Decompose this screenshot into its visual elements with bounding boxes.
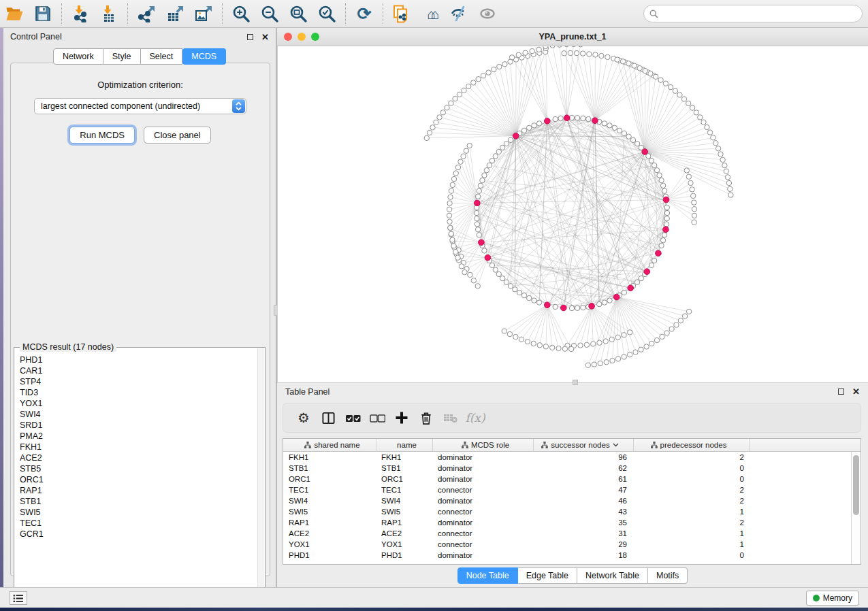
export-table-button[interactable] (163, 3, 187, 24)
delete-column-button[interactable] (414, 406, 438, 430)
table-row[interactable]: FKH1FKH1dominator962 (283, 452, 851, 463)
table-row[interactable]: RAP1RAP1dominator352 (283, 517, 851, 528)
save-icon (35, 5, 51, 22)
zoom-in-button[interactable] (229, 3, 253, 24)
import-table-icon (100, 5, 118, 22)
tab-node-table[interactable]: Node Table (457, 567, 518, 584)
toolbar-separator (222, 3, 223, 24)
table-row[interactable]: SWI5SWI5connector431 (283, 506, 851, 517)
attribute-icon (462, 442, 468, 448)
column-header-name[interactable]: name (376, 439, 433, 451)
list-item[interactable]: GCR1 (20, 529, 257, 540)
import-network-icon (71, 5, 89, 22)
tab-style[interactable]: Style (103, 48, 141, 65)
show-columns-button[interactable] (316, 406, 340, 430)
list-item[interactable]: ACE2 (20, 452, 257, 463)
first-neighbors-button[interactable]: ⌂⌂ (419, 3, 442, 24)
network-graph[interactable] (278, 46, 867, 381)
column-header-successor-nodes[interactable]: successor nodes (534, 439, 634, 451)
float-window-icon[interactable] (838, 389, 844, 395)
search-field[interactable] (643, 5, 863, 22)
network-canvas[interactable] (277, 46, 868, 382)
create-column-button[interactable] (389, 406, 414, 430)
eye-icon (479, 5, 497, 22)
tab-motifs[interactable]: Motifs (648, 567, 688, 584)
list-item[interactable]: TID3 (20, 387, 257, 398)
clone-network-icon (393, 5, 411, 23)
table-row[interactable]: TEC1TEC1connector472 (283, 484, 851, 495)
list-item[interactable]: SRD1 (20, 420, 257, 431)
clone-network-button[interactable] (390, 3, 413, 24)
list-item[interactable]: ORC1 (20, 474, 257, 485)
show-all-button[interactable] (476, 3, 499, 24)
tab-mcds[interactable]: MCDS (182, 48, 226, 65)
zoom-out-button[interactable] (258, 3, 281, 24)
import-network-button[interactable] (69, 3, 92, 24)
list-item[interactable]: RAP1 (20, 485, 257, 496)
checkboxes-unchecked-icon (370, 413, 385, 423)
mcds-result-list[interactable]: PHD1 CAR1 STP4 TID3 YOX1 SWI4 SRD1 PMA2 … (20, 354, 257, 597)
close-icon[interactable]: ✕ (852, 387, 860, 396)
show-panels-list-button[interactable] (10, 591, 27, 605)
deselect-all-button[interactable] (365, 406, 389, 430)
zoom-in-icon (232, 5, 251, 23)
control-panel-tabs: Network Style Select MCDS (3, 48, 276, 65)
table-row[interactable]: ACE2ACE2connector311 (283, 528, 851, 539)
tab-select[interactable]: Select (141, 48, 183, 65)
list-item[interactable]: STB5 (20, 463, 257, 474)
export-network-button[interactable] (135, 3, 158, 24)
network-view-window: YPA_prune.txt_1 (277, 28, 868, 382)
column-header-predecessor-nodes[interactable]: predecessor nodes (634, 439, 750, 451)
list-item[interactable]: FKH1 (20, 442, 257, 452)
tab-network-table[interactable]: Network Table (577, 567, 648, 584)
column-label: name (397, 441, 417, 449)
zoom-fit-button[interactable] (287, 3, 310, 24)
float-window-icon[interactable] (247, 34, 253, 40)
list-item[interactable]: YOX1 (20, 398, 257, 409)
select-all-button[interactable] (340, 406, 365, 430)
list-item[interactable]: SWI5 (20, 507, 257, 518)
control-panel-header: Control Panel ✕ (3, 28, 276, 46)
list-item[interactable]: SWI4 (20, 409, 257, 420)
list-item[interactable]: PMA2 (20, 431, 257, 442)
table-row[interactable]: PHD1PHD1dominator180 (283, 550, 851, 561)
import-table-button[interactable] (97, 3, 120, 24)
zoom-selected-button[interactable] (315, 3, 338, 24)
mcds-scrollbar[interactable] (257, 348, 264, 597)
optimization-criterion-select[interactable]: largest connected component (undirected) (34, 98, 246, 114)
hide-selected-button[interactable] (447, 3, 470, 24)
column-header-shared-name[interactable]: shared name (283, 439, 376, 451)
toolbar-separator (383, 3, 383, 24)
horizontal-splitter-grip[interactable] (573, 380, 578, 385)
save-session-button[interactable] (31, 3, 54, 24)
table-row[interactable]: SWI4SWI4dominator462 (283, 495, 851, 506)
list-item[interactable]: PHD1 (20, 354, 257, 365)
sort-descending-icon (613, 443, 619, 447)
list-item[interactable]: STB1 (20, 496, 257, 507)
table-scrollbar[interactable] (851, 452, 861, 564)
table-row[interactable]: YOX1YOX1connector291 (283, 539, 851, 550)
table-header-row: shared name name MCDS role successor nod… (283, 439, 861, 452)
table-row[interactable]: ORC1ORC1dominator610 (283, 474, 851, 484)
run-mcds-button[interactable]: Run MCDS (69, 127, 135, 144)
list-item[interactable]: TEC1 (20, 518, 257, 529)
export-image-button[interactable] (192, 3, 215, 24)
memory-button[interactable]: Memory (806, 591, 859, 606)
open-file-button[interactable] (3, 3, 26, 24)
close-panel-button[interactable]: Close panel (144, 127, 211, 144)
table-settings-button[interactable]: ⚙ (291, 406, 316, 430)
list-item[interactable]: CAR1 (20, 365, 257, 376)
table-row[interactable]: STB1STB1dominator620 (283, 463, 851, 474)
mcds-result-title: MCDS result (17 nodes) (20, 342, 116, 352)
table-tabs: Node Table Edge Table Network Table Moti… (277, 567, 868, 584)
list-item[interactable]: STP4 (20, 376, 257, 387)
scrollbar-thumb[interactable] (853, 455, 859, 515)
column-header-mcds-role[interactable]: MCDS role (433, 439, 534, 451)
toolbar-separator (61, 3, 62, 24)
tab-edge-table[interactable]: Edge Table (518, 567, 577, 584)
search-input[interactable] (662, 9, 862, 18)
refresh-layout-button[interactable]: ⟳ (353, 3, 376, 24)
tab-network[interactable]: Network (53, 48, 103, 65)
close-icon[interactable]: ✕ (261, 33, 269, 42)
memory-status-icon (813, 595, 820, 601)
